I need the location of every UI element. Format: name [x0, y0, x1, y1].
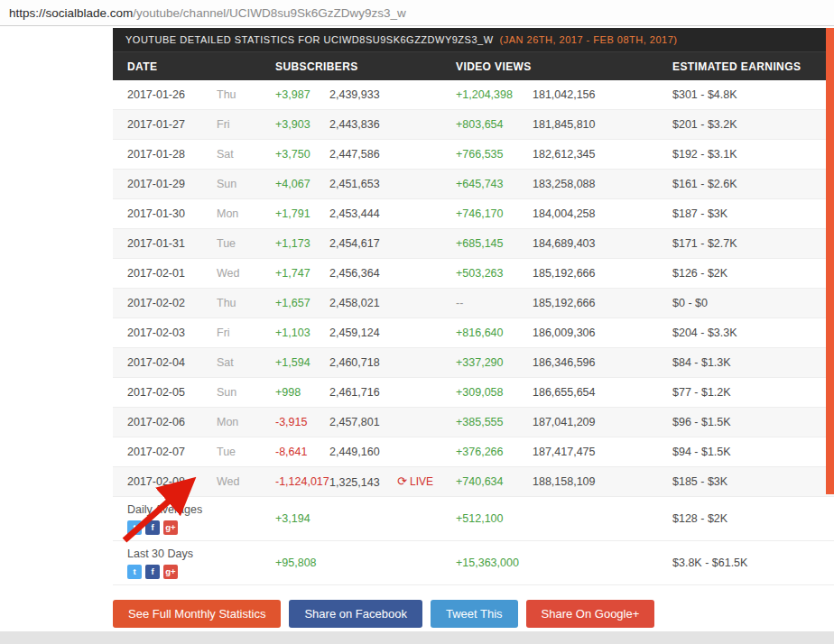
subscribers-total-cell: 2,456,364 [329, 267, 456, 280]
video-views-total-cell: 187,417,475 [533, 446, 672, 458]
video-views-total-cell: 185,192,666 [533, 297, 672, 309]
table-row: 2017-01-27 Fri +3,903 2,443,836 +803,654… [113, 110, 834, 140]
tweet-this-button[interactable]: Tweet This [431, 600, 518, 628]
video-views-change-cell: +766,535 [456, 148, 533, 161]
video-views-change-cell: +376,266 [456, 446, 533, 458]
share-on-facebook-button[interactable]: Share on Facebook [289, 600, 422, 628]
table-row: 2017-02-01 Wed +1,747 2,456,364 +503,263… [113, 259, 834, 289]
table-row: 2017-02-08 Wed -1,124,017 1,325,143 ⟳ LI… [113, 467, 834, 497]
subscribers-total-value: 2,456,364 [329, 267, 380, 280]
footer-bar [0, 631, 834, 644]
column-header-video-views: VIDEO VIEWS [456, 60, 672, 73]
subscribers-total-cell: 2,451,653 [329, 178, 456, 190]
summary-label: Last 30 Days [127, 547, 275, 560]
browser-address-bar[interactable]: https://socialblade.com/youtube/channel/… [0, 0, 834, 26]
subscribers-total-value: 2,459,124 [329, 327, 380, 339]
action-buttons: See Full Monthly Statistics Share on Fac… [113, 600, 834, 628]
video-views-change-cell: +309,058 [456, 386, 533, 399]
summary-views-total: +15,363,000 [456, 557, 672, 569]
subscribers-total-value: 2,454,617 [329, 237, 380, 250]
video-views-change-cell: +1,204,398 [456, 88, 533, 101]
video-views-change-cell: +337,290 [456, 356, 533, 369]
day-of-week-cell: Sun [217, 178, 275, 190]
day-of-week-cell: Wed [217, 267, 275, 280]
subscribers-total-cell: 2,454,617 [329, 237, 456, 250]
facebook-icon[interactable]: f [145, 520, 160, 535]
page-content: YOUTUBE DETAILED STATISTICS FOR UCIWD8SU… [113, 28, 834, 628]
see-full-monthly-statistics-button[interactable]: See Full Monthly Statistics [113, 600, 281, 628]
url-domain: https://socialblade.com [9, 6, 133, 20]
date-cell: 2017-01-29 [127, 178, 217, 190]
day-of-week-cell: Wed [217, 475, 275, 488]
day-of-week-cell: Sat [217, 356, 275, 369]
day-of-week-cell: Tue [217, 446, 275, 458]
subscribers-total-cell: 2,458,021 [329, 297, 456, 309]
summary-label: Daily Averages [127, 503, 275, 516]
video-views-change-cell: +803,654 [456, 118, 533, 131]
estimated-earnings-cell: $192 - $3.1K [672, 148, 834, 161]
subscribers-change-cell: +1,791 [275, 207, 329, 220]
share-icon-row: tfg+ [127, 565, 275, 579]
subscribers-total-cell: 2,460,718 [329, 356, 456, 369]
google-plus-icon[interactable]: g+ [163, 565, 178, 579]
twitter-icon[interactable]: t [127, 520, 142, 535]
subscribers-total-value: 2,451,653 [329, 178, 380, 190]
video-views-change-cell: +645,743 [456, 178, 533, 190]
subscribers-change-cell: +4,067 [275, 178, 329, 190]
date-cell: 2017-02-08 [127, 475, 217, 488]
table-row: 2017-01-30 Mon +1,791 2,453,444 +746,170… [113, 199, 834, 229]
day-of-week-cell: Thu [217, 88, 275, 101]
video-views-change-cell: +816,640 [456, 327, 533, 339]
subscribers-total-value: 2,447,586 [329, 148, 380, 161]
live-indicator[interactable]: ⟳ LIVE [397, 475, 433, 488]
subscribers-total-value: 2,449,160 [329, 446, 380, 458]
summary-subscribers-average: +3,194 [275, 512, 456, 525]
day-of-week-cell: Thu [217, 297, 275, 309]
subscribers-total-value: 2,453,444 [329, 207, 380, 220]
subscribers-change-cell: +1,173 [275, 237, 329, 250]
subscribers-change-cell: +3,987 [275, 88, 329, 101]
google-plus-icon[interactable]: g+ [163, 520, 178, 535]
video-views-total-cell: 185,192,666 [533, 267, 672, 280]
day-of-week-cell: Sat [217, 148, 275, 161]
video-views-change-cell: -- [456, 297, 533, 309]
video-views-total-cell: 184,004,258 [533, 207, 672, 220]
subscribers-total-cell: 2,449,160 [329, 446, 456, 458]
summary-views-average: +512,100 [456, 512, 672, 525]
subscribers-total-value: 2,439,933 [329, 88, 380, 101]
page-title-text: YOUTUBE DETAILED STATISTICS FOR UCIWD8SU… [125, 34, 494, 45]
table-row: 2017-02-06 Mon -3,915 2,457,801 +385,555… [113, 408, 834, 437]
estimated-earnings-cell: $301 - $4.8K [672, 88, 834, 101]
subscribers-change-cell: +3,750 [275, 148, 329, 161]
day-of-week-cell: Fri [217, 118, 275, 131]
table-row: 2017-01-26 Thu +3,987 2,439,933 +1,204,3… [113, 80, 834, 110]
date-cell: 2017-02-02 [127, 297, 217, 309]
video-views-change-cell: +746,170 [456, 207, 533, 220]
share-on-google-plus-button[interactable]: Share On Google+ [526, 600, 655, 628]
subscribers-total-cell: 2,459,124 [329, 327, 456, 339]
estimated-earnings-cell: $171 - $2.7K [672, 237, 834, 250]
table-row: 2017-01-28 Sat +3,750 2,447,586 +766,535… [113, 140, 834, 170]
table-row: 2017-02-05 Sun +998 2,461,716 +309,058 1… [113, 378, 834, 408]
estimated-earnings-cell: $94 - $1.5K [672, 446, 834, 458]
table-row: 2017-02-07 Tue -8,641 2,449,160 +376,266… [113, 437, 834, 467]
url-path: /youtube/channel/UCIWD8su9Sk6GzZDwy9zs3_… [133, 6, 405, 20]
summary-earnings-total: $3.8K - $61.5K [672, 557, 834, 569]
twitter-icon[interactable]: t [127, 565, 142, 579]
subscribers-total-cell: 2,461,716 [329, 386, 456, 399]
date-cell: 2017-02-06 [127, 416, 217, 428]
summary-earnings-average: $128 - $2K [672, 512, 834, 525]
date-cell: 2017-01-27 [127, 118, 217, 131]
summary-label-block: Last 30 Days tfg+ [127, 547, 275, 579]
estimated-earnings-cell: $84 - $1.3K [672, 356, 834, 369]
day-of-week-cell: Mon [217, 416, 275, 428]
video-views-total-cell: 183,258,088 [533, 178, 672, 190]
video-views-change-cell: +740,634 [456, 475, 533, 488]
subscribers-change-cell: -3,915 [275, 416, 329, 428]
subscribers-total-value: 1,325,143 [329, 475, 380, 488]
estimated-earnings-cell: $201 - $3.2K [672, 118, 834, 131]
subscribers-total-value: 2,457,801 [329, 416, 380, 428]
subscribers-change-cell: -1,124,017 [275, 475, 329, 488]
estimated-earnings-cell: $96 - $1.5K [672, 416, 834, 428]
facebook-icon[interactable]: f [145, 565, 160, 579]
